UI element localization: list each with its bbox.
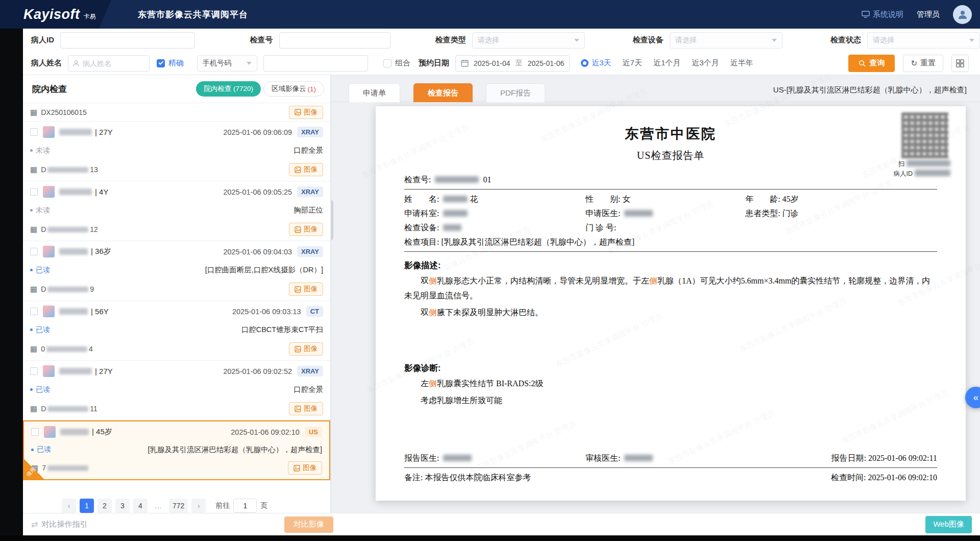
tab-pdf-report[interactable]: PDF报告: [486, 83, 545, 102]
range-3m-label: 近3个月: [692, 58, 719, 68]
web-image-button[interactable]: Web图像: [925, 516, 972, 533]
page-button-last[interactable]: 772: [169, 499, 188, 513]
calendar-icon: [461, 59, 469, 67]
device-redacted: [443, 224, 461, 231]
qr-code: [901, 112, 948, 158]
study-id-redacted: [47, 167, 88, 173]
exact-checkbox[interactable]: [157, 59, 165, 67]
status-dot-icon: [30, 328, 33, 331]
next-page-button[interactable]: ›: [191, 499, 206, 513]
field-name: 姓 名: 花: [404, 194, 585, 205]
image-icon: [295, 406, 301, 412]
exam-list-item[interactable]: | 4Y 2025-01-06 09:05:25 XRAY 未读 胸部正位 ▦ …: [23, 181, 330, 241]
field-outpatient-no: 门 诊 号:: [585, 223, 745, 233]
compare-guide[interactable]: ⇄ 对比操作指引: [31, 520, 87, 529]
logo-suffix: 卡易: [84, 12, 96, 21]
exam-list-item[interactable]: | 36岁 2025-01-06 09:04:03 XRAY 已读 [口腔曲面断…: [23, 241, 330, 301]
patient-name-redacted: [59, 129, 92, 135]
search-icon: [859, 60, 866, 67]
item-checkbox[interactable]: [30, 367, 38, 375]
tab-exam-report[interactable]: 检查报告: [413, 83, 473, 102]
user-avatar[interactable]: [953, 5, 972, 24]
view-image-button[interactable]: 图像: [289, 223, 323, 236]
search-button[interactable]: 查询: [848, 55, 895, 72]
range-7d[interactable]: 近7天: [623, 58, 642, 68]
range-3m[interactable]: 近3个月: [692, 58, 719, 68]
range-6m[interactable]: 近半年: [730, 58, 753, 68]
range-1m-label: 近1个月: [653, 58, 680, 68]
view-image-button[interactable]: 图像: [289, 106, 323, 119]
exam-list-panel: 院内检查 院内检查 (7720) 区域影像云 (1) ▦ DX250106015…: [23, 75, 331, 513]
patient-name-input[interactable]: [68, 55, 150, 72]
panel-resize-handle[interactable]: [331, 200, 333, 240]
date-range-picker[interactable]: 2025-01-04 至 2025-01-06: [455, 55, 570, 72]
page-ellipsis[interactable]: …: [151, 499, 165, 513]
exam-type-select[interactable]: 请选择: [472, 32, 585, 49]
status-label: 检查状态: [830, 35, 861, 45]
patient-avatar: [43, 186, 55, 198]
patient-name-redacted: [59, 189, 92, 195]
exam-list-item-partial[interactable]: ▦ DX250106015 图像: [23, 103, 330, 122]
tab-regional-cloud[interactable]: 区域影像云 (1): [263, 81, 324, 97]
item-checkbox[interactable]: [30, 308, 38, 315]
exam-list-item[interactable]: | 56Y 2025-01-06 09:03:13 CT 已读 口腔CBCT锥形…: [23, 301, 330, 361]
date-to[interactable]: 2025-01-06: [528, 59, 565, 67]
bottom-toolbar: ⇄ 对比操作指引 对比影像 Web图像: [23, 513, 980, 535]
item-checkbox[interactable]: [31, 428, 39, 436]
page-button-3[interactable]: 3: [115, 499, 130, 513]
date-from[interactable]: 2025-01-04: [474, 59, 510, 67]
range-3d[interactable]: 近3天: [581, 58, 611, 68]
exam-description: 口腔CBCT锥形束CT平扫: [241, 325, 323, 335]
left-letterbox: [0, 29, 23, 541]
system-help-link[interactable]: 系统说明: [862, 10, 903, 19]
tab-application-form[interactable]: 申请单: [349, 83, 400, 102]
compare-images-button[interactable]: 对比影像: [284, 516, 333, 533]
exam-no-input[interactable]: [279, 32, 390, 49]
reset-button[interactable]: ↻ 重置: [903, 55, 943, 72]
read-status: 已读: [30, 266, 50, 275]
exam-list-item[interactable]: | 27Y 2025-01-06 09:02:52 XRAY 已读 口腔全景 ▦…: [23, 361, 330, 420]
chevron-down-icon: [574, 39, 579, 42]
tab-internal-exams[interactable]: 院内检查 (7720): [196, 81, 261, 97]
layout-switch-button[interactable]: [951, 55, 969, 72]
status-select[interactable]: 请选择: [867, 32, 980, 49]
range-1m[interactable]: 近1个月: [653, 58, 680, 68]
filter-row-1: 病人ID 检查号 检查类型 请选择 检查设备 请选择 检查状态 请选择: [23, 29, 980, 52]
item-checkbox[interactable]: [30, 128, 38, 136]
goto-page-input[interactable]: [233, 499, 257, 513]
combo-checkbox[interactable]: [383, 59, 391, 67]
exam-list-item-selected[interactable]: | 45岁 2025-01-06 09:02:10 US 已读 [乳腺及其引流区…: [23, 420, 330, 480]
device-select[interactable]: 请选择: [670, 32, 782, 49]
exam-datetime: 2025-01-06 09:05:25: [223, 188, 292, 196]
collapse-icon: «: [973, 392, 979, 403]
report-tabs: 申请单 检查报告 PDF报告: [349, 83, 545, 102]
page-button-1[interactable]: 1: [80, 499, 94, 513]
field-project: 检查项目: [乳腺及其引流区淋巴结彩超（乳腺中心），超声检查]: [404, 237, 937, 248]
phone-input[interactable]: [263, 55, 368, 72]
view-image-button[interactable]: 图像: [289, 163, 323, 176]
view-image-button[interactable]: 图像: [289, 402, 323, 415]
status-dot-icon: [30, 149, 33, 152]
field-device: 检查设备:: [404, 223, 585, 233]
patient-avatar: [43, 305, 55, 317]
user-name[interactable]: 管理员: [917, 10, 940, 19]
patient-id-input[interactable]: [60, 32, 195, 49]
page-button-2[interactable]: 2: [97, 499, 112, 513]
phone-field-select[interactable]: 手机号码: [197, 55, 257, 72]
patient-age: | 36岁: [91, 247, 111, 256]
study-id-icon: ▦: [30, 344, 37, 354]
view-image-button[interactable]: 图像: [288, 461, 322, 475]
view-image-button[interactable]: 图像: [289, 283, 323, 296]
prev-page-button[interactable]: ‹: [62, 499, 76, 513]
view-image-button[interactable]: 图像: [289, 342, 323, 356]
exam-list-item[interactable]: | 27Y 2025-01-06 09:06:09 XRAY 未读 口腔全景 ▦…: [23, 122, 330, 181]
report-doctor: 报告医生:: [404, 453, 585, 464]
modality-badge: XRAY: [297, 246, 323, 257]
item-checkbox[interactable]: [30, 248, 38, 255]
exam-description: 胸部正位: [293, 205, 323, 215]
study-id-prefix: D: [41, 405, 46, 413]
report-page: 东营市中医院 US检查报告单 扫 病人ID 检查号: 01 姓 名: 花 性 别…: [376, 106, 966, 501]
page-button-4[interactable]: 4: [133, 499, 148, 513]
item-checkbox[interactable]: [30, 188, 38, 196]
study-id-redacted: [47, 406, 88, 412]
